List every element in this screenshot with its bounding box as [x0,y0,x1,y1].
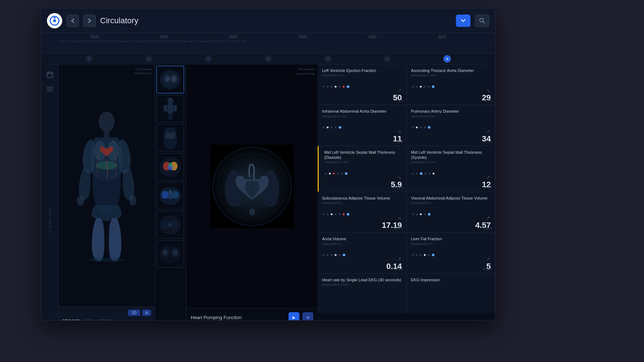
sigma-mu-label: SIGMA MU [48,190,52,233]
marker-3[interactable] [179,56,238,62]
metric-sat-unit: measured in L [322,201,402,205]
svg-point-75 [173,250,178,256]
metric-infrarenal-sigma: -0.5 σ [395,140,404,144]
metric-infrarenal-title: Infrarenal Abdominal Aorta Diameter [322,109,402,114]
dot [424,126,426,128]
organ-tabs: ORGANS MSK VAT/SAT [62,319,151,321]
metric-mlv-systole-sigma: 1.15 σ [483,186,492,189]
marker-6[interactable] [358,56,417,62]
mri-grid-button[interactable]: ⊟ [302,312,313,321]
metric-aorta-vol: Aorta Volume measured in L [318,233,406,273]
dot [424,86,426,88]
dot [416,254,418,256]
metric-mlv-systole: Mid Left Ventricle Septal Wall Thickness… [407,146,496,192]
year-2019: 2019 [129,35,198,39]
thumbnail-3[interactable] [156,124,184,152]
thumb-6-image [157,212,183,238]
research-label-3d: For researchpurposes only [134,67,152,75]
dot [327,213,329,215]
mri-footer: Heart Pumping Function ▶ ⊟ Slices 6 – [186,308,318,321]
svg-point-74 [163,250,168,256]
grid-view-button[interactable]: ⊟ [142,310,151,316]
marker-2[interactable] [119,56,179,62]
metrics-grid: Left Ventricle Ejection Fraction measure… [318,64,495,313]
dropdown-button[interactable] [456,15,470,27]
page-title: Circulatory [100,16,452,25]
thumbnail-5[interactable] [156,182,184,210]
metric-infrarenal-unit: measured in mm [322,114,402,118]
dot-current [428,126,430,129]
metric-aorta-vol-unit: measured in L [322,242,402,246]
dot [416,126,418,128]
dot [428,86,430,88]
metric-vat-value-row: 4.57 [411,221,491,229]
metric-mlv-diastole-chart: ↘ [324,167,402,180]
tab-msk[interactable]: MSK [84,319,93,321]
dot [412,254,414,256]
metric-aorta-vol-sigma: 1.79 σ [394,268,404,271]
metric-mlv-systole-value-row: 12 [411,181,491,189]
expand-chevron-icon[interactable]: › [151,183,152,188]
trend-arrow: ↘ [397,215,401,221]
dot [335,126,337,128]
3d-view-button[interactable]: 3D [128,310,140,316]
calendar-icon-btn[interactable] [44,69,56,80]
metric-flag [318,146,319,192]
metric-mlv-diastole-value-row: 5.9 [324,181,402,189]
forward-button[interactable] [83,15,96,27]
dot [323,254,325,256]
metric-pulmonary-unit: measured in mm [411,114,491,118]
dot [339,86,341,88]
mri-heart-image [210,145,294,228]
thumbnail-2[interactable] [156,95,184,122]
metric-mlv-systole-title: Mid Left Ventricle Septal Wall Thickness… [411,150,491,160]
list-icon-btn[interactable] [44,83,56,95]
metric-aorta-vol-chart: ↗ [322,249,402,262]
logo [47,13,62,28]
svg-point-27 [99,112,115,132]
thumbnail-6[interactable] [156,211,184,239]
thumbnail-7[interactable] [156,240,184,268]
dot-current [339,126,341,129]
metric-vat-title: Visceral Abdominal Adipose Tissue Volume [411,196,491,201]
marker-4[interactable] [238,56,298,62]
thumbnail-4[interactable] [156,153,184,181]
svg-point-62 [167,194,173,199]
svg-line-4 [483,21,485,23]
dot [420,126,422,128]
back-button[interactable] [67,15,79,27]
metric-heart-rate: Heart rate by Single Lead EKG (30 second… [318,274,406,313]
metric-vat-chart: ↗ [411,208,491,221]
search-button[interactable] [475,15,489,27]
tab-organs[interactable]: ORGANS [62,319,80,321]
svg-point-6 [89,58,90,59]
trend-arrow: ↘ [397,129,401,134]
metric-aorta-vol-value-row: 0.14 [322,262,402,270]
metric-ekg-chart [411,285,491,298]
dot [428,254,430,256]
tab-vat-sat[interactable]: VAT/SAT [97,319,113,321]
marker-7-selected[interactable] [417,55,477,63]
marker-1[interactable] [59,56,119,62]
metric-sat-chart: ↘ [322,208,402,221]
body-model-svg [70,109,143,262]
metrics-panel: Left Ventricle Ejection Fraction measure… [318,64,495,321]
svg-rect-51 [169,133,172,139]
svg-point-57 [168,162,172,167]
metric-sat: Subcutaneous Adipose Tissue Volume measu… [318,192,406,232]
year-2021: 2021 [268,35,338,39]
dot [412,126,414,128]
header: Circulatory [41,8,495,33]
thumbnail-1[interactable] [156,66,184,93]
marker-5[interactable] [298,56,358,62]
svg-point-34 [88,258,125,262]
trend-arrow: ↘ [486,88,490,93]
dot [329,173,331,174]
mri-image-area: For researchpurposes only [186,64,318,308]
research-tag-mri: For researchpurposes only [297,67,315,76]
svg-rect-63 [169,190,172,194]
metric-asc-aorta-unit: measured in mm [411,73,491,77]
model-controls: 3D ⊟ ORGANS MSK VAT/SAT Slices 102 – [59,306,155,321]
mri-play-button[interactable]: ▶ [289,312,299,321]
dot [323,213,325,215]
